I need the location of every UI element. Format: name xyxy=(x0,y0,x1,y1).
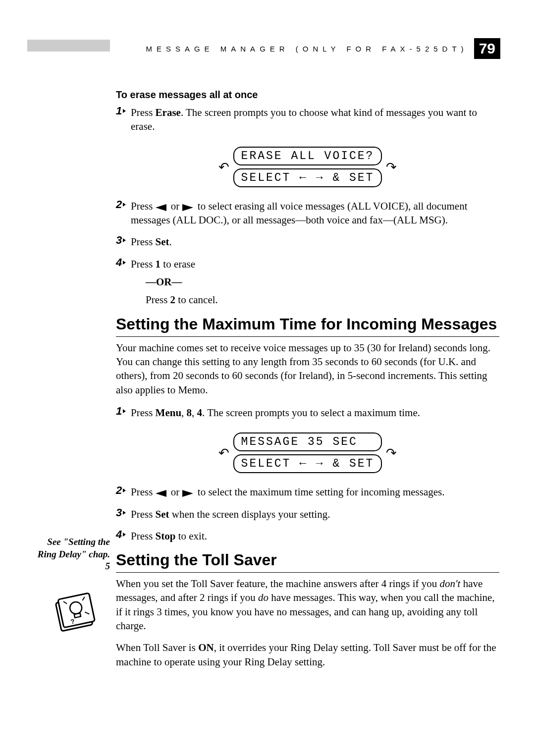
t: Erase xyxy=(156,107,181,118)
t: or xyxy=(168,486,182,498)
step-text: Press Set when the screen displays your … xyxy=(131,507,330,525)
step-text: Press 1 to erase —OR— Press 2 to cancel. xyxy=(131,257,218,311)
t: 8 xyxy=(187,407,192,419)
left-arrow-key-icon xyxy=(156,204,168,211)
tollsaver-p2: When Toll Saver is ON, it overrides your… xyxy=(116,641,499,669)
t: Press xyxy=(146,294,170,306)
t: Press xyxy=(131,530,156,542)
crossref-sidebar: See "Setting the Ring Delay" chap. 5 xyxy=(32,536,110,573)
step-number: 3 xyxy=(116,506,129,519)
step-text: Press or to select erasing all voice mes… xyxy=(131,199,499,231)
t: 1 xyxy=(156,258,161,270)
t: to cancel. xyxy=(175,294,218,306)
t: when the screen displays your setting. xyxy=(169,508,330,520)
step-number: 2 xyxy=(116,484,129,497)
t: , xyxy=(192,407,197,419)
t: Press xyxy=(131,486,156,498)
step: 3 Press Set. xyxy=(116,235,499,253)
step: 1 Press Menu, 8, 4. The screen prompts y… xyxy=(116,406,499,424)
right-arrow-key-icon xyxy=(182,490,195,497)
t: Press xyxy=(131,107,156,118)
heading-max-time: Setting the Maximum Time for Incoming Me… xyxy=(116,315,499,337)
maxtime-body: Your machine comes set to receive voice … xyxy=(116,341,499,397)
t: Set xyxy=(156,236,169,248)
margin-accent xyxy=(27,40,110,52)
step-number: 4 xyxy=(116,256,129,269)
t: Menu xyxy=(156,407,182,419)
cycle-arrow-left-icon: ↶ xyxy=(218,445,229,461)
t: , xyxy=(181,407,187,419)
t: 2 xyxy=(170,294,176,306)
t: Press xyxy=(131,407,156,419)
t: don't xyxy=(440,578,461,590)
lcd-line-1: MESSAGE 35 SEC xyxy=(233,432,382,451)
main-content: To erase messages all at once 1 Press Er… xyxy=(116,89,499,677)
step: 1 Press Erase. The screen prompts you to… xyxy=(116,106,499,138)
or-separator: —OR— xyxy=(146,275,218,289)
step: 2 Press or to select the maximum time se… xyxy=(116,485,499,503)
step-text: Press Set. xyxy=(131,235,172,253)
step: 4 Press Stop to exit. xyxy=(116,529,499,547)
t: Set xyxy=(156,508,169,520)
left-arrow-key-icon xyxy=(156,490,168,497)
step-text: Press Erase. The screen prompts you to c… xyxy=(131,106,499,138)
step-number: 3 xyxy=(116,234,129,247)
t: . The screen prompts you to choose what … xyxy=(131,107,477,132)
page-number: 79 xyxy=(474,38,500,59)
right-arrow-key-icon xyxy=(182,204,195,211)
step-number: 1 xyxy=(116,105,129,117)
step-number: 1 xyxy=(116,405,129,418)
step: 2 Press or to select erasing all voice m… xyxy=(116,199,499,231)
t: When Toll Saver is xyxy=(116,642,198,653)
t: to select the maximum time setting for i… xyxy=(195,486,445,498)
lcd-display: ↶ ERASE ALL VOICE? SELECT ← → & SET ↷ xyxy=(116,144,499,190)
cycle-arrow-left-icon: ↶ xyxy=(218,159,229,174)
t: to exit. xyxy=(175,530,207,542)
t: Press xyxy=(131,200,156,212)
t: Press xyxy=(131,508,156,520)
step-number: 2 xyxy=(116,198,129,211)
tollsaver-p1: When you set the Toll Saver feature, the… xyxy=(116,577,499,633)
t: ON xyxy=(198,642,214,653)
step-text: Press Menu, 8, 4. The screen prompts you… xyxy=(131,406,420,424)
heading-toll-saver: Setting the Toll Saver xyxy=(116,551,499,573)
t: When you set the Toll Saver feature, the… xyxy=(116,578,440,590)
t: do xyxy=(258,592,268,603)
t: Press xyxy=(131,258,156,270)
lcd-display: ↶ MESSAGE 35 SEC SELECT ← → & SET ↷ xyxy=(116,430,499,476)
step-text: Press Stop to exit. xyxy=(131,529,207,547)
cycle-arrow-right-icon: ↷ xyxy=(386,159,397,174)
lcd-line-2: SELECT ← → & SET xyxy=(233,454,382,473)
running-header: MESSAGE MANAGER (ONLY FOR FAX-525DT) 79 xyxy=(146,38,500,59)
step: 4 Press 1 to erase —OR— Press 2 to cance… xyxy=(116,257,499,311)
lightbulb-hint-icon: ? xyxy=(50,593,99,637)
lcd-line-2: SELECT ← → & SET xyxy=(233,168,382,187)
cycle-arrow-right-icon: ↷ xyxy=(386,445,397,461)
t: to erase xyxy=(160,258,195,270)
t: or xyxy=(168,200,182,212)
step-number: 4 xyxy=(116,528,129,541)
t: . xyxy=(169,236,172,248)
header-title: MESSAGE MANAGER (ONLY FOR FAX-525DT) xyxy=(146,45,468,53)
t: Stop xyxy=(156,530,176,542)
lcd-line-1: ERASE ALL VOICE? xyxy=(233,147,382,165)
svg-rect-1 xyxy=(58,593,95,628)
t: Press xyxy=(131,236,156,248)
step-text: Press or to select the maximum time sett… xyxy=(131,485,445,503)
t: . The screen prompts you to select a max… xyxy=(202,407,420,419)
t: 4 xyxy=(197,407,203,419)
page: MESSAGE MANAGER (ONLY FOR FAX-525DT) 79 … xyxy=(0,0,535,756)
step: 3 Press Set when the screen displays you… xyxy=(116,507,499,525)
subheading-erase-all: To erase messages all at once xyxy=(116,89,499,101)
